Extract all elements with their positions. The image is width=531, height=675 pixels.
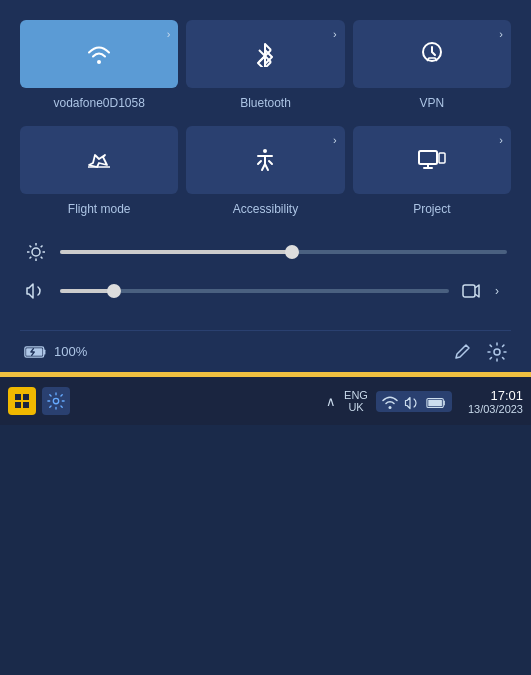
taskbar-systray: ∧ ENG UK <box>326 388 523 415</box>
wifi-tile[interactable]: › <box>20 20 178 88</box>
flightmode-tile-label: Flight mode <box>20 202 178 216</box>
bluetooth-tile-label: Bluetooth <box>186 96 344 110</box>
volume-icon <box>24 282 48 301</box>
clock-time: 17:01 <box>490 388 523 403</box>
tiles-row-2-labels: Flight mode Accessibility Project <box>20 202 511 216</box>
bluetooth-tile[interactable]: › <box>186 20 344 88</box>
wifi-chevron-icon: › <box>167 28 171 40</box>
volume-slider-row: › <box>24 280 507 302</box>
flightmode-icon <box>86 147 112 173</box>
bluetooth-chevron-icon: › <box>333 28 337 40</box>
accessibility-tile-label: Accessibility <box>186 202 344 216</box>
svg-rect-7 <box>419 151 437 164</box>
systray-volume-icon <box>404 393 420 410</box>
svg-line-17 <box>30 257 32 259</box>
svg-rect-22 <box>15 394 21 400</box>
taskbar-settings-icon[interactable] <box>42 387 70 415</box>
tiles-row-1: › › <box>20 20 511 88</box>
vpn-chevron-icon: › <box>499 28 503 40</box>
wifi-tile-label: vodafone0D1058 <box>20 96 178 110</box>
language-indicator[interactable]: ENG UK <box>344 389 368 413</box>
accessibility-chevron-icon: › <box>333 134 337 146</box>
quick-settings-panel: › › <box>0 0 531 372</box>
battery-percentage: 100% <box>54 344 453 359</box>
vpn-tile[interactable]: › <box>353 20 511 88</box>
taskbar-app-icon-yellow[interactable] <box>8 387 36 415</box>
brightness-slider-row <box>24 242 507 262</box>
svg-point-6 <box>263 149 267 153</box>
svg-rect-25 <box>23 402 29 408</box>
svg-line-15 <box>41 257 43 259</box>
taskbar-left <box>8 387 70 415</box>
volume-slider[interactable] <box>60 289 449 293</box>
flightmode-tile[interactable] <box>20 126 178 194</box>
svg-point-21 <box>494 349 500 355</box>
bluetooth-icon <box>255 41 275 67</box>
accessibility-icon <box>252 147 278 173</box>
vpn-icon <box>419 41 445 67</box>
project-chevron-icon: › <box>499 134 503 146</box>
accessibility-tile[interactable]: › <box>186 126 344 194</box>
tiles-row-2: › › <box>20 126 511 194</box>
brightness-icon <box>24 242 48 262</box>
svg-line-14 <box>30 246 32 248</box>
project-icon <box>417 148 447 172</box>
volume-end-icon <box>461 280 483 302</box>
svg-rect-23 <box>23 394 29 400</box>
svg-rect-18 <box>463 285 475 297</box>
taskbar: ∧ ENG UK <box>0 377 531 425</box>
svg-line-16 <box>41 246 43 248</box>
systray-chevron-icon[interactable]: ∧ <box>326 394 336 409</box>
wifi-icon <box>86 43 112 65</box>
taskbar-clock[interactable]: 17:01 13/03/2023 <box>468 388 523 415</box>
project-tile[interactable]: › <box>353 126 511 194</box>
brightness-slider[interactable] <box>60 250 507 254</box>
svg-rect-28 <box>428 400 442 406</box>
svg-rect-8 <box>439 153 445 163</box>
svg-point-9 <box>32 248 40 256</box>
project-tile-label: Project <box>353 202 511 216</box>
sliders-section: › <box>20 232 511 330</box>
systray-battery-icon <box>426 393 446 410</box>
svg-point-26 <box>53 399 58 404</box>
volume-chevron-icon: › <box>495 284 507 298</box>
vpn-tile-label: VPN <box>353 96 511 110</box>
svg-rect-24 <box>15 402 21 408</box>
battery-icon <box>24 341 48 362</box>
qs-bottom-bar: 100% <box>20 330 511 372</box>
systray-icons-group[interactable] <box>376 391 452 412</box>
edit-icon[interactable] <box>453 342 471 361</box>
clock-date: 13/03/2023 <box>468 403 523 415</box>
systray-wifi-icon <box>382 393 398 410</box>
settings-icon[interactable] <box>487 341 507 362</box>
tiles-row-1-labels: vodafone0D1058 Bluetooth VPN <box>20 96 511 110</box>
